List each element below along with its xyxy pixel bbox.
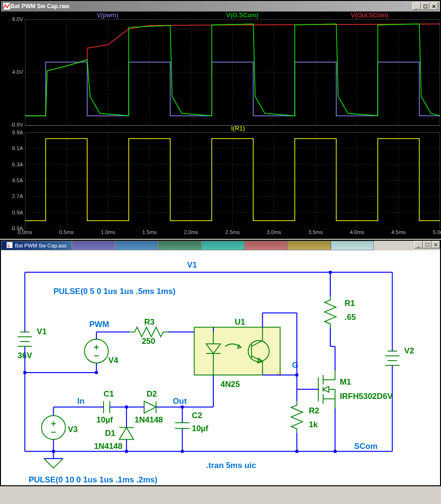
net-label-v1-top: V1	[187, 260, 197, 270]
y-axis-bottom: 9.9A 8.1A 6.3A 4.5A 2.7A 0.9A -0.9A	[1, 132, 25, 228]
svg-text:R2: R2	[309, 406, 319, 415]
tab-slot[interactable]	[244, 241, 288, 250]
tab-slot[interactable]	[72, 241, 115, 250]
svg-text:10µf: 10µf	[96, 416, 113, 425]
y-axis-top: 9.0V 4.0V -0.9V	[1, 19, 25, 125]
svg-point-35	[84, 339, 108, 363]
close-button[interactable]: ✕	[431, 241, 440, 248]
net-label-pwm: PWM	[89, 320, 109, 329]
tab-label: Bat PWM Sw Cap.asc	[15, 243, 67, 248]
net-label-scom: SCom	[354, 442, 378, 451]
svg-rect-139	[95, 371, 98, 374]
svg-text:10µf: 10µf	[192, 424, 209, 433]
trace-label-ir1[interactable]: I(R1)	[231, 125, 245, 132]
svg-text:1k: 1k	[309, 420, 318, 429]
svg-rect-142	[295, 450, 298, 453]
svg-rect-42	[194, 327, 280, 375]
svg-text:R3: R3	[144, 317, 155, 327]
schematic-svg: V1 PULSE(0 5 0 1us 1us .5ms 1ms) V1 36V …	[1, 250, 440, 485]
maximize-button[interactable]: ☐	[421, 2, 429, 10]
plot-top[interactable]	[25, 19, 440, 126]
ltspice-icon: L	[6, 242, 13, 249]
svg-text:U1: U1	[235, 317, 245, 327]
svg-rect-146	[125, 406, 128, 409]
x-axis: 0.0ms 0.5ms 1.0ms 1.5ms 2.0ms 2.5ms 3.0m…	[25, 228, 440, 238]
component-v4[interactable]: V4	[84, 339, 118, 365]
component-m1[interactable]: M1 IRFH5302D	[318, 370, 383, 409]
waveform-titlebar[interactable]: Bat PWM Sw Cap.raw _ ☐ ✕	[1, 1, 440, 12]
net-label-in: In	[77, 397, 84, 406]
minimize-button[interactable]: _	[412, 2, 421, 10]
svg-text:V3: V3	[68, 425, 78, 434]
svg-text:M1: M1	[340, 377, 351, 387]
net-label-g: G	[292, 361, 298, 370]
trace-label-vg[interactable]: V(G,SCom)	[226, 12, 258, 19]
schematic-window: L Bat PWM Sw Cap.asc _ ☐ ✕ V1 PULSE(0 5 …	[0, 240, 441, 486]
component-u1[interactable]: U1 4N25	[194, 317, 280, 388]
svg-point-85	[42, 416, 66, 440]
svg-rect-145	[181, 450, 184, 453]
svg-text:D2: D2	[147, 389, 157, 399]
tab-schematic[interactable]: L Bat PWM Sw Cap.asc	[1, 241, 72, 250]
schematic-canvas[interactable]: V1 PULSE(0 5 0 1us 1us .5ms 1ms) V1 36V …	[1, 250, 440, 485]
svg-text:V1: V1	[37, 327, 47, 336]
waveform-window: Bat PWM Sw Cap.raw _ ☐ ✕ V(pwm) V(G,SCom…	[0, 0, 441, 239]
component-r2[interactable]: R2 1k	[291, 401, 319, 433]
maximize-button[interactable]: ☐	[423, 241, 431, 248]
svg-text:1N4148: 1N4148	[135, 416, 163, 425]
svg-rect-143	[334, 450, 337, 453]
svg-text:D1: D1	[105, 429, 116, 438]
waveform-area[interactable]: V(pwm) V(G,SCom) V(Out,SCom) 9.0V 4.0V -…	[1, 12, 440, 238]
component-v3[interactable]: V3	[42, 416, 78, 440]
svg-text:C2: C2	[192, 411, 202, 420]
svg-text:250: 250	[142, 337, 155, 346]
minimize-button[interactable]: _	[414, 241, 423, 248]
component-r3[interactable]: R3 250	[130, 317, 168, 346]
svg-text:IRFH5302D: IRFH5302D	[340, 392, 383, 401]
trace-label-vpwm[interactable]: V(pwm)	[97, 12, 118, 19]
svg-text:R1: R1	[345, 299, 355, 308]
tab-slot[interactable]	[288, 241, 331, 250]
component-d1[interactable]: D1 1N4148	[94, 427, 134, 451]
app-icon	[3, 2, 11, 10]
svg-rect-138	[23, 371, 26, 374]
waveform-title: Bat PWM Sw Cap.raw	[11, 3, 412, 10]
svg-text:1N4148: 1N4148	[94, 442, 122, 451]
plot-bottom[interactable]	[25, 132, 440, 229]
svg-text:.65: .65	[345, 313, 356, 322]
tab-slot[interactable]	[115, 241, 158, 250]
svg-text:V2: V2	[404, 346, 414, 355]
svg-text:V4: V4	[108, 356, 118, 365]
spice-pulse1: PULSE(0 5 0 1us 1us .5ms 1ms)	[54, 287, 176, 296]
svg-text:L: L	[8, 243, 11, 248]
svg-rect-141	[295, 374, 298, 376]
tab-slot[interactable]	[331, 241, 374, 250]
svg-text:C1: C1	[104, 389, 114, 399]
svg-rect-140	[329, 271, 332, 274]
schematic-tabbar: L Bat PWM Sw Cap.asc _ ☐ ✕	[1, 241, 440, 250]
svg-rect-148	[52, 450, 55, 453]
component-r1[interactable]: R1 .65	[325, 296, 356, 328]
spice-tran: .tran 5ms uic	[206, 461, 256, 470]
tab-slot[interactable]	[201, 241, 244, 250]
trace-label-vout[interactable]: V(Out,SCom)	[351, 12, 388, 19]
net-label-out: Out	[173, 397, 186, 406]
svg-text:6V: 6V	[383, 392, 393, 401]
svg-text:4N25: 4N25	[220, 380, 240, 389]
svg-rect-144	[181, 406, 184, 409]
component-v1[interactable]: V1 36V	[18, 327, 47, 360]
svg-rect-147	[125, 450, 128, 453]
tab-slot[interactable]	[158, 241, 201, 250]
component-c2[interactable]: C2 10µf	[175, 411, 208, 434]
close-button[interactable]: ✕	[429, 2, 438, 10]
spice-pulse2: PULSE(0 10 0 1us 1us .1ms .2ms)	[29, 475, 158, 484]
component-v2[interactable]: V2 6V	[383, 346, 414, 401]
